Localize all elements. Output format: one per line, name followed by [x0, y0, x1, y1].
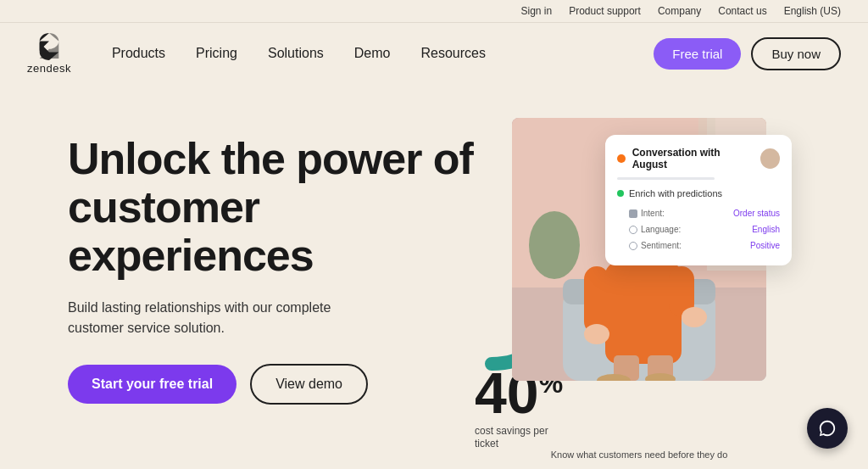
image-caption: Know what customers need before they do	[512, 449, 766, 460]
conv-row-intent: Intent: Order status	[617, 205, 780, 221]
svg-point-13	[682, 307, 707, 327]
free-trial-button[interactable]: Free trial	[654, 38, 741, 70]
hero-subtext: Build lasting relationships with our com…	[68, 298, 390, 338]
conv-language-value: English	[752, 225, 780, 234]
conversation-card: Conversation with August Enrich with pre…	[605, 135, 792, 265]
logo-text: zendesk	[27, 62, 71, 75]
company-link[interactable]: Company	[658, 5, 701, 17]
zendesk-logo-icon	[33, 33, 65, 60]
svg-point-4	[529, 211, 580, 279]
globe-icon	[629, 226, 637, 234]
hero-buttons: Start your free trial View demo	[68, 364, 475, 405]
conv-status-dot	[617, 154, 626, 163]
conv-sentiment-value: Positive	[750, 241, 780, 250]
nav-actions: Free trial Buy now	[654, 37, 841, 70]
conv-language-label: Language:	[629, 225, 681, 234]
nav-links: Products Pricing Solutions Demo Resource…	[112, 46, 654, 61]
conv-row-sentiment: Sentiment: Positive	[617, 237, 780, 254]
conv-intent-label: Intent:	[629, 209, 665, 218]
chat-button[interactable]	[807, 408, 848, 449]
conv-divider	[617, 177, 715, 180]
nav-resources[interactable]: Resources	[420, 46, 485, 61]
nav-pricing[interactable]: Pricing	[196, 46, 237, 61]
conv-header: Conversation with August	[617, 147, 780, 170]
view-demo-button[interactable]: View demo	[250, 364, 368, 405]
svg-point-12	[584, 324, 609, 344]
nav-products[interactable]: Products	[112, 46, 165, 61]
nav-demo[interactable]: Demo	[354, 46, 391, 61]
contact-us-link[interactable]: Contact us	[718, 5, 766, 17]
conv-intent-value: Order status	[733, 209, 780, 218]
conv-sentiment-label: Sentiment:	[629, 241, 682, 250]
sign-in-link[interactable]: Sign in	[520, 5, 552, 17]
logo[interactable]: zendesk	[27, 33, 71, 75]
start-trial-button[interactable]: Start your free trial	[68, 365, 236, 404]
language-link[interactable]: English (US)	[784, 5, 841, 17]
hero-headline: Unlock the power of customer experiences	[68, 135, 475, 281]
conv-title: Conversation with August	[632, 147, 754, 170]
conv-section-label: Enrich with predictions	[629, 188, 722, 198]
conv-section: Enrich with predictions	[617, 188, 780, 198]
conv-avatar	[760, 148, 780, 169]
product-support-link[interactable]: Product support	[569, 5, 641, 17]
hero-section: Unlock the power of customer experiences…	[0, 84, 868, 469]
nav-solutions[interactable]: Solutions	[268, 46, 324, 61]
top-bar: Sign in Product support Company Contact …	[0, 0, 868, 23]
hero-text: Unlock the power of customer experiences…	[68, 126, 475, 405]
hero-visual: 40% cost savings per ticket	[475, 126, 817, 469]
stat-label: cost savings per ticket	[475, 425, 568, 451]
conv-active-dot	[617, 190, 624, 197]
conv-row-language: Language: English	[617, 221, 780, 237]
chat-icon	[818, 419, 837, 438]
navbar: zendesk Products Pricing Solutions Demo …	[0, 23, 868, 84]
buy-now-button[interactable]: Buy now	[751, 37, 841, 70]
grid-icon	[629, 209, 637, 218]
face-icon	[629, 242, 637, 250]
